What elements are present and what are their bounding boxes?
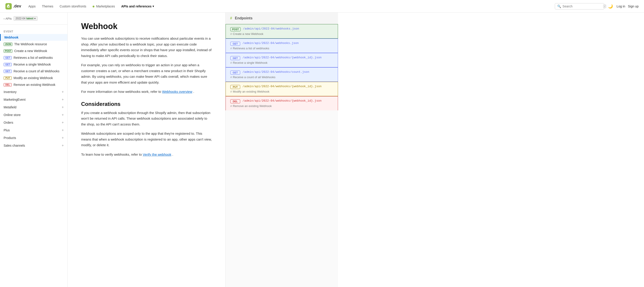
endpoint-method-badge: GET xyxy=(230,42,240,46)
endpoint-method-badge: DEL xyxy=(230,99,240,104)
nav-marketplaces[interactable]: Marketplaces xyxy=(92,4,115,8)
sidebar-group-inventory[interactable]: Inventory + xyxy=(0,88,67,96)
expand-icon: + xyxy=(62,105,64,109)
get-badge-2: GET xyxy=(4,63,12,66)
endpoints-list: POST /admin/api/2022-04/webhooks.json #C… xyxy=(226,24,338,110)
nav-apps[interactable]: Apps xyxy=(28,4,36,8)
endpoint-desc: #Retrieves a list of webhooks xyxy=(230,47,333,50)
sidebar-item-get-single[interactable]: GET Receive a single Webhook xyxy=(0,61,67,68)
back-to-apis[interactable]: ‹ APIs xyxy=(4,17,12,20)
get-badge-1: GET xyxy=(4,56,12,60)
endpoint-path: /admin/api/2022-04/webhooks/{webhook_id}… xyxy=(242,56,322,59)
hash-symbol: # xyxy=(230,16,232,20)
chevron-left-icon: ‹ xyxy=(4,17,4,20)
endpoint-path: /admin/api/2022-04/webhooks.json xyxy=(243,27,299,30)
considerations-paragraph-2: Webhook subscriptions are scoped only to… xyxy=(81,131,212,148)
del-badge: DEL xyxy=(4,83,12,86)
sidebar-group-plus[interactable]: Plus + xyxy=(0,126,67,134)
get-count-label: Receive a count of all Webhooks xyxy=(14,70,60,73)
search-shortcut: / xyxy=(603,4,606,8)
endpoints-header: # Endpoints xyxy=(226,12,338,24)
sidebar: ‹ APIs 2022-04 latest ▾ Event Webhook JS… xyxy=(0,12,68,287)
dark-mode-button[interactable]: 🌙 xyxy=(608,4,613,9)
search-icon: 🔍 xyxy=(557,4,561,8)
get-single-label: Receive a single Webhook xyxy=(14,63,51,66)
endpoint-path: /admin/api/2022-04/webhooks/{webhook_id}… xyxy=(242,85,322,88)
endpoint-item-3[interactable]: GET /admin/api/2022-04/webhooks/count.js… xyxy=(226,67,338,82)
endpoint-method-badge: GET xyxy=(230,70,240,74)
put-badge: PUT xyxy=(4,76,12,80)
nav-custom-storefronts[interactable]: Custom storefronts xyxy=(60,4,86,8)
sidebar-group-marketingevent[interactable]: MarketingEvent + xyxy=(0,96,67,104)
endpoint-desc: #Modify an existing Webhook xyxy=(230,90,333,93)
logo[interactable]: .dev xyxy=(6,3,21,10)
event-section-label: Event xyxy=(0,28,67,34)
considerations-title: Considerations xyxy=(81,101,212,107)
verify-webhook-link[interactable]: Verify the webhook xyxy=(143,152,171,156)
intro-paragraph-3: For more information on how webhooks wor… xyxy=(81,89,212,94)
endpoint-method-badge: POST xyxy=(230,27,241,31)
intro-paragraph-2: For example, you can rely on webhooks to… xyxy=(81,62,212,85)
endpoint-path: /admin/api/2022-04/webhooks.json xyxy=(242,42,299,45)
expand-icon: + xyxy=(62,90,64,94)
expand-icon: + xyxy=(62,120,64,124)
endpoint-item-5[interactable]: DEL /admin/api/2022-04/webhooks/{webhook… xyxy=(226,96,338,110)
expand-icon: + xyxy=(62,144,64,148)
considerations-paragraph-1: If you create a webhook subscription thr… xyxy=(81,110,212,127)
search-input[interactable] xyxy=(562,4,602,8)
endpoint-path: /admin/api/2022-04/webhooks/count.json xyxy=(242,70,309,74)
sidebar-item-json[interactable]: JSON The Webhook resource xyxy=(0,41,67,48)
endpoints-panel: # Endpoints POST /admin/api/2022-04/webh… xyxy=(225,12,338,287)
endpoint-desc: #Receive a count of all Webhooks xyxy=(230,76,333,79)
nav-themes[interactable]: Themes xyxy=(42,4,54,8)
intro-paragraph-1: You can use webhook subscriptions to rec… xyxy=(81,36,212,58)
sidebar-item-get-list[interactable]: GET Retrieves a list of webhooks xyxy=(0,54,67,61)
signup-link[interactable]: Sign up xyxy=(628,4,638,8)
endpoint-desc: #Receive a single Webhook xyxy=(230,61,333,64)
sidebar-item-put[interactable]: PUT Modify an existing Webhook xyxy=(0,74,67,81)
expand-icon: + xyxy=(62,98,64,102)
nav-dot xyxy=(92,6,94,8)
endpoint-item-2[interactable]: GET /admin/api/2022-04/webhooks/{webhook… xyxy=(226,53,338,67)
expand-icon: + xyxy=(62,128,64,132)
endpoint-item-0[interactable]: POST /admin/api/2022-04/webhooks.json #C… xyxy=(226,24,338,38)
header: .dev Apps Themes Custom storefronts Mark… xyxy=(0,0,644,12)
endpoint-desc: #Remove an existing Webhook xyxy=(230,104,333,108)
endpoint-desc: #Create a new Webhook xyxy=(230,32,333,36)
sidebar-group-metafield[interactable]: Metafield + xyxy=(0,104,67,111)
nav-apis[interactable]: APIs and references ▾ xyxy=(121,4,154,8)
login-link[interactable]: Log in xyxy=(616,4,625,8)
put-item-label: Modify an existing Webhook xyxy=(14,76,53,80)
sidebar-top: ‹ APIs 2022-04 latest ▾ xyxy=(0,16,67,24)
svg-rect-0 xyxy=(6,3,12,10)
post-item-label: Create a new Webhook xyxy=(14,49,47,53)
endpoint-item-1[interactable]: GET /admin/api/2022-04/webhooks.json #Re… xyxy=(226,38,338,53)
sidebar-group-products[interactable]: Products + xyxy=(0,134,67,142)
json-item-label: The Webhook resource xyxy=(14,42,47,46)
endpoint-method-badge: GET xyxy=(230,56,240,60)
auth-links: Log in Sign up xyxy=(616,4,638,8)
del-item-label: Remove an existing Webhook xyxy=(14,83,56,86)
get-badge-3: GET xyxy=(4,70,12,73)
sidebar-item-get-count[interactable]: GET Receive a count of all Webhooks xyxy=(0,68,67,74)
search-box[interactable]: 🔍 / xyxy=(555,3,604,10)
sidebar-group-orders[interactable]: Orders + xyxy=(0,119,67,126)
version-selector[interactable]: 2022-04 latest ▾ xyxy=(14,16,38,21)
sidebar-group-sales-channels[interactable]: Sales channels + xyxy=(0,142,67,149)
webhook-item-label: Webhook xyxy=(4,36,18,39)
page-title: Webhook xyxy=(81,22,212,31)
webhooks-overview-link[interactable]: Webhooks overview xyxy=(162,90,192,94)
sidebar-item-webhook[interactable]: Webhook xyxy=(0,34,67,41)
post-badge: POST xyxy=(4,49,12,53)
endpoint-item-4[interactable]: PUT /admin/api/2022-04/webhooks/{webhook… xyxy=(226,82,338,96)
endpoints-title: Endpoints xyxy=(235,16,252,20)
json-badge: JSON xyxy=(4,42,12,46)
logo-text: .dev xyxy=(13,4,21,8)
sidebar-group-online-store[interactable]: Online store + xyxy=(0,111,67,119)
endpoint-path: /admin/api/2022-04/webhooks/{webhook_id}… xyxy=(242,99,322,102)
considerations-paragraph-3: To learn how to verify webhooks, refer t… xyxy=(81,152,212,158)
main-content: Webhook You can use webhook subscription… xyxy=(68,12,225,287)
page-layout: ‹ APIs 2022-04 latest ▾ Event Webhook JS… xyxy=(0,12,644,287)
sidebar-item-post-create[interactable]: POST Create a new Webhook xyxy=(0,48,67,54)
sidebar-item-del[interactable]: DEL Remove an existing Webhook xyxy=(0,81,67,88)
